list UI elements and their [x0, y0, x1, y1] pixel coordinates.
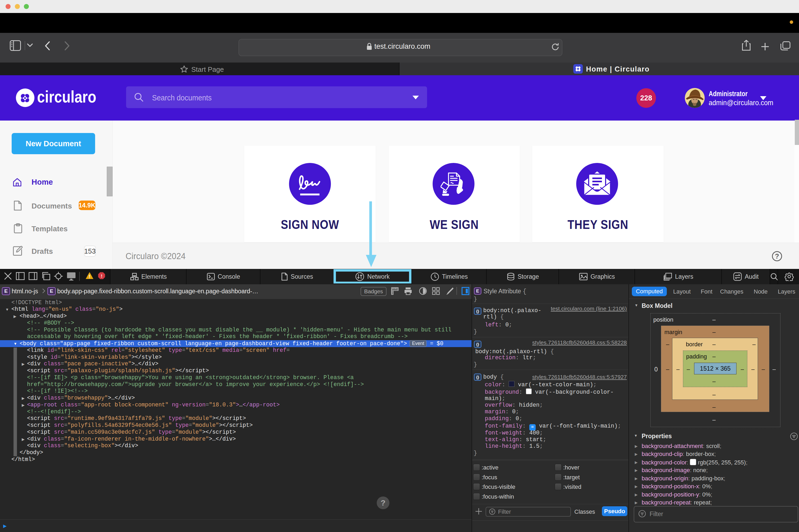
svg-text:!: ! — [101, 274, 102, 279]
svg-text:!: ! — [89, 274, 90, 279]
